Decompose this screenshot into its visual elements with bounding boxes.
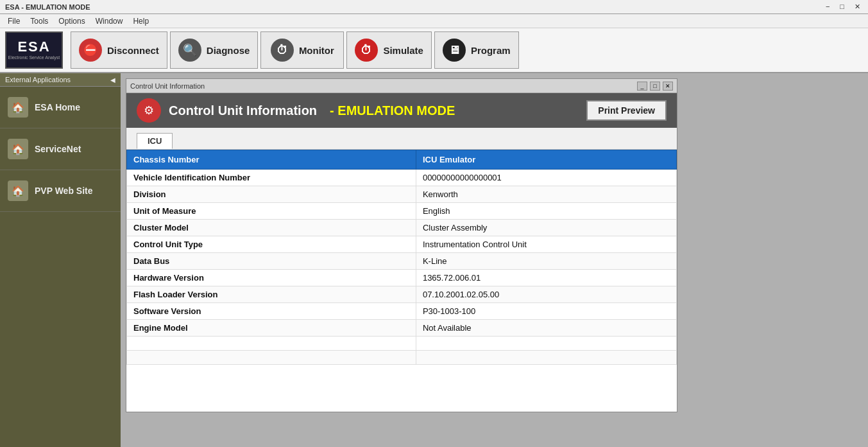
esa-logo: ESA Electronic Service Analyst (5, 31, 63, 69)
row-label: Data Bus (127, 253, 416, 270)
table-row: DivisionKenworth (127, 186, 677, 203)
row-value: Kenworth (416, 186, 676, 203)
menu-file[interactable]: File (3, 15, 25, 27)
sidebar-item-servicenet[interactable]: 🏠 ServiceNet (0, 128, 121, 170)
menu-options[interactable]: Options (53, 15, 90, 27)
sidebar-header-label: External Applications (5, 76, 71, 83)
tab-area: ICU (126, 128, 677, 150)
disconnect-label: Disconnect (107, 45, 159, 56)
table-row: Control Unit TypeInstrumentation Control… (127, 236, 677, 253)
minimize-button[interactable]: − (823, 3, 832, 11)
table-row: Flash Loader Version07.10.2001.02.05.00 (127, 286, 677, 303)
esa-home-icon: 🏠 (8, 97, 28, 118)
close-button[interactable]: ✕ (852, 3, 863, 11)
table-row: Cluster ModelCluster Assembly (127, 220, 677, 236)
inner-title-bar: Control Unit Information _ □ ✕ (126, 79, 677, 93)
table-row: Data BusK-Line (127, 253, 677, 270)
sidebar-esa-home-label: ESA Home (35, 102, 80, 112)
info-table: Chassis Number ICU Emulator Vehicle Iden… (126, 150, 677, 365)
simulate-button[interactable]: ⏱ Simulate (346, 31, 432, 69)
simulate-label: Simulate (383, 45, 423, 56)
row-value: 07.10.2001.02.05.00 (416, 286, 676, 303)
menu-window[interactable]: Window (90, 15, 128, 27)
toolbar: ESA Electronic Service Analyst ⛔ Disconn… (0, 28, 868, 73)
diagnose-label: Diagnose (207, 45, 250, 56)
window-title: ESA - EMULATION MODE (5, 3, 90, 11)
row-value: Cluster Assembly (416, 220, 676, 236)
sidebar-header: External Applications ◀ (0, 73, 121, 87)
table-body: Vehicle Identification Number00000000000… (127, 170, 677, 365)
row-label: Vehicle Identification Number (127, 170, 416, 186)
monitor-button[interactable]: ⏱ Monitor (260, 31, 344, 69)
row-label: Cluster Model (127, 220, 416, 236)
monitor-icon: ⏱ (271, 39, 294, 62)
table-row: Engine ModelNot Available (127, 320, 677, 337)
inner-minimize-button[interactable]: _ (637, 82, 647, 91)
simulate-icon: ⏱ (355, 39, 378, 62)
row-label: Division (127, 186, 416, 203)
table-row: Vehicle Identification Number00000000000… (127, 170, 677, 186)
sidebar-servicenet-label: ServiceNet (35, 144, 81, 154)
table-row: Software VersionP30-1003-100 (127, 303, 677, 320)
empty-row (127, 337, 677, 351)
emulation-mode-label: - EMULATION MODE (330, 103, 455, 118)
sidebar-item-esa-home[interactable]: 🏠 ESA Home (0, 87, 121, 128)
table-container: Chassis Number ICU Emulator Vehicle Iden… (126, 150, 677, 365)
menu-bar: File Tools Options Window Help (0, 14, 868, 28)
disconnect-icon: ⛔ (79, 39, 102, 62)
row-label: Unit of Measure (127, 203, 416, 220)
inner-restore-button[interactable]: □ (650, 82, 660, 91)
row-value: Not Available (416, 320, 676, 337)
row-value: English (416, 203, 676, 220)
table-header-row: Chassis Number ICU Emulator (127, 150, 677, 170)
inner-close-button[interactable]: ✕ (663, 82, 673, 91)
inner-window-title: Control Unit Information (130, 82, 205, 90)
print-preview-button[interactable]: Print Preview (586, 100, 667, 121)
sidebar: External Applications ◀ 🏠 ESA Home 🏠 Ser… (0, 73, 121, 447)
diagnose-button[interactable]: 🔍 Diagnose (170, 31, 259, 69)
servicenet-icon: 🏠 (8, 139, 28, 159)
disconnect-button[interactable]: ⛔ Disconnect (71, 31, 167, 69)
sidebar-item-pvp-web-site[interactable]: 🏠 PVP Web Site (0, 170, 121, 212)
row-label: Control Unit Type (127, 236, 416, 253)
inner-title-controls: _ □ ✕ (637, 82, 673, 91)
esa-logo-text: ESA (17, 40, 50, 54)
program-button[interactable]: 🖥 Program (434, 31, 519, 69)
inner-header-left: ⚙ Control Unit Information - EMULATION M… (137, 98, 455, 123)
row-value: 1365.72.006.01 (416, 270, 676, 286)
inner-header: ⚙ Control Unit Information - EMULATION M… (126, 93, 677, 128)
menu-tools[interactable]: Tools (25, 15, 53, 27)
col-header-emulator: ICU Emulator (416, 150, 676, 170)
sidebar-pvp-label: PVP Web Site (35, 186, 93, 196)
monitor-label: Monitor (299, 45, 334, 56)
row-label: Hardware Version (127, 270, 416, 286)
row-label: Engine Model (127, 320, 416, 337)
inner-window: Control Unit Information _ □ ✕ ⚙ Control… (126, 78, 677, 412)
row-value: 00000000000000001 (416, 170, 676, 186)
table-row: Hardware Version1365.72.006.01 (127, 270, 677, 286)
inner-header-title: Control Unit Information (169, 103, 317, 118)
row-label: Flash Loader Version (127, 286, 416, 303)
title-controls: − □ ✕ (823, 3, 863, 11)
col-header-chassis: Chassis Number (127, 150, 416, 170)
table-row: Unit of MeasureEnglish (127, 203, 677, 220)
diagnose-icon: 🔍 (178, 39, 201, 62)
content-area: Control Unit Information _ □ ✕ ⚙ Control… (121, 73, 868, 447)
restore-button[interactable]: □ (837, 3, 847, 11)
row-value: K-Line (416, 253, 676, 270)
row-label: Software Version (127, 303, 416, 320)
title-bar: ESA - EMULATION MODE − □ ✕ (0, 0, 868, 14)
program-icon: 🖥 (443, 39, 466, 62)
esa-logo-subtext: Electronic Service Analyst (8, 55, 60, 60)
sidebar-collapse-icon[interactable]: ◀ (110, 76, 115, 83)
program-label: Program (471, 45, 511, 56)
main-area: External Applications ◀ 🏠 ESA Home 🏠 Ser… (0, 73, 868, 447)
control-unit-icon: ⚙ (137, 98, 161, 123)
row-value: P30-1003-100 (416, 303, 676, 320)
icu-tab[interactable]: ICU (137, 133, 173, 149)
pvp-icon: 🏠 (8, 180, 28, 201)
menu-help[interactable]: Help (128, 15, 154, 27)
empty-row (127, 351, 677, 365)
row-value: Instrumentation Control Unit (416, 236, 676, 253)
